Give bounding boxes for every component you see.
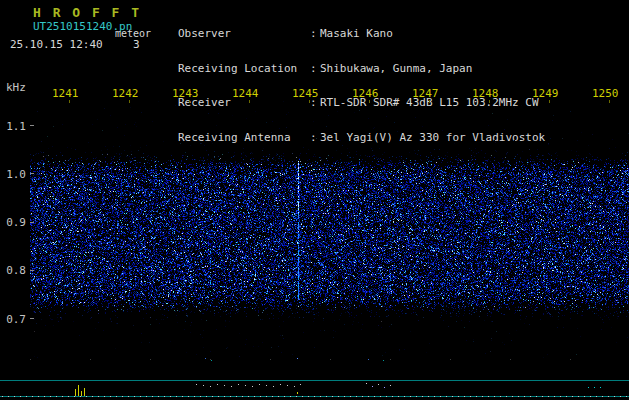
time-tick-label: 1246 [352,87,379,100]
time-axis: 1241124212431244124512461247124812491250 [0,87,629,100]
level-strip-canvas [0,352,629,400]
info-value: Masaki Kano [320,28,393,40]
freq-tick-label: 1.1 [0,120,26,133]
app-title: H R O F F T [33,5,141,20]
freq-tick-label: 1.0 [0,168,26,181]
freq-axis: 1.11.00.90.80.7 [0,0,27,400]
freq-tick-label: 0.9 [0,216,26,229]
info-row: Receiving Location : Shibukawa, Gunma, J… [178,63,545,75]
time-tick-label: 1243 [172,87,199,100]
time-tick-label: 1248 [472,87,499,100]
time-tick-label: 1241 [52,87,79,100]
time-tick-label: 1249 [532,87,559,100]
info-label: Receiving Location [178,63,310,75]
time-tick-label: 1247 [412,87,439,100]
time-tick-label: 1250 [592,87,619,100]
info-colon: : [310,63,320,75]
freq-tick-label: 0.7 [0,313,26,326]
freq-tick-label: 0.8 [0,264,26,277]
spectrogram-canvas [30,100,629,358]
info-row: Observer : Masaki Kano [178,28,545,40]
hrofft-screen: H R O F F T UT2510151240.pn meteor 25.10… [0,0,629,400]
info-value: Shibukawa, Gunma, Japan [320,63,472,75]
segment-count: 3 [133,38,140,51]
time-tick-label: 1245 [292,87,319,100]
info-label: Observer [178,28,310,40]
info-colon: : [310,28,320,40]
time-tick-label: 1244 [232,87,259,100]
time-tick-label: 1242 [112,87,139,100]
